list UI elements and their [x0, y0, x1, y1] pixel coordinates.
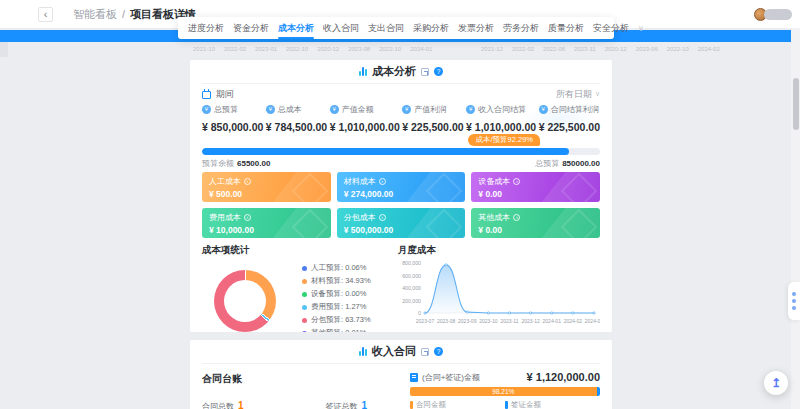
donut-legend-item[interactable]: 材料预算: 34.93% — [302, 276, 371, 286]
svg-text:2024-03: 2024-03 — [585, 318, 600, 324]
tab-labor-analysis[interactable]: 劳务分析 — [503, 17, 539, 39]
donut-legend: 人工预算: 0.06%材料预算: 34.93%设备预算: 0.00%费用预算: … — [302, 263, 371, 332]
legend-dot — [302, 318, 307, 323]
cost-item-stats-block: 成本项统计 人工预算: 0.06%材料预算: 34.93%设备预算: 0.00%… — [202, 244, 398, 332]
analysis-tab-bar: 进度分析 资金分析 成本分析 收入合同 支出合同 采购分析 发票分析 劳务分析 … — [178, 17, 614, 39]
donut-legend-item[interactable]: 其他预算: 0.01% — [302, 328, 371, 332]
scrollbar-thumb[interactable] — [793, 78, 799, 130]
svg-text:2023-12: 2023-12 — [521, 318, 540, 324]
coin-icon: ¥ — [402, 105, 411, 114]
legend-dot — [302, 279, 307, 284]
other-cost-card[interactable]: 其他成本› ¥ 0.00 — [471, 208, 600, 238]
expand-icon[interactable] — [421, 348, 429, 356]
budget-progress-fill — [202, 148, 569, 155]
calendar-icon — [202, 91, 211, 99]
material-cost-card[interactable]: 材料成本› ¥ 274,000.00 — [337, 172, 466, 202]
donut-legend-item[interactable]: 分包预算: 63.73% — [302, 315, 371, 325]
budget-balance-label: 预算余额 — [202, 159, 234, 168]
metric-value: ¥ 225,500.00 — [402, 121, 463, 133]
arrow-up-to-top-icon: ↥ — [771, 377, 781, 389]
donut-legend-item[interactable]: 费用预算: 1.27% — [302, 302, 371, 312]
legend-label: 费用预算: 1.27% — [311, 302, 366, 312]
tab-expense-contract[interactable]: 支出合同 — [368, 17, 404, 39]
bar-percent-label: 98.21% — [492, 388, 514, 395]
donut-legend-item[interactable]: 人工预算: 0.06% — [302, 263, 371, 273]
subcontract-cost-card[interactable]: 分包成本› ¥ 500,000.00 — [337, 208, 466, 238]
cost-analysis-card: 成本分析 ? 期间 所有日期 ∨ ¥总预算 ¥ 850,000.00 ¥总成本 … — [190, 60, 612, 332]
contract-amount-block: (合同+签证)金额 ¥ 1,120,000.00 98.21% 合同金额 ¥ 1… — [400, 369, 600, 409]
expense-cost-card[interactable]: 费用成本› ¥ 10,000.00 — [202, 208, 331, 238]
monthly-cost-chart: 800,000600,000400,000200,00002023-072023… — [398, 257, 600, 331]
budget-progress-labels: 预算余额65500.00 总预算850000.00 — [202, 158, 600, 167]
metric-value: ¥ 1,010,000.00 — [466, 121, 536, 133]
chart-icon — [359, 67, 367, 76]
svg-text:2023-10: 2023-10 — [479, 318, 498, 324]
metric-row: ¥总预算 ¥ 850,000.00 ¥总成本 ¥ 784,500.00 ¥产值金… — [202, 104, 600, 134]
visa-count-stat: 签证总数 1 — [326, 400, 368, 409]
legend-label: 人工预算: 0.06% — [311, 263, 366, 273]
metric-total-budget: ¥总预算 ¥ 850,000.00 — [202, 104, 263, 134]
anchor-nav-tab[interactable] — [788, 282, 800, 320]
metric-total-cost: ¥总成本 ¥ 784,500.00 — [266, 104, 327, 134]
coin-icon: ¥ — [202, 105, 211, 114]
breadcrumb-divider: / — [122, 8, 125, 20]
back-to-top-button[interactable]: ↥ — [764, 371, 788, 395]
tab-income-contract[interactable]: 收入合同 — [323, 17, 359, 39]
legend-dot — [302, 305, 307, 310]
user-menu-pill[interactable] — [764, 9, 792, 20]
tab-quality-analysis[interactable]: 质量分析 — [548, 17, 584, 39]
arrow-right-icon: › — [513, 178, 520, 185]
visa-count-value: 1 — [362, 400, 368, 409]
document-icon — [410, 373, 418, 382]
svg-text:2024-01: 2024-01 — [543, 318, 562, 324]
svg-text:2024-02: 2024-02 — [564, 318, 583, 324]
cost-donut-chart — [214, 270, 276, 332]
contract-count-stat: 合同总数 1 — [202, 400, 244, 409]
metric-output-profit: ¥产值利润 ¥ 225,500.00 — [402, 104, 463, 134]
budget-progress-bar[interactable] — [202, 148, 600, 155]
budget-balance-value: 65500.00 — [237, 159, 270, 168]
legend-label: 分包预算: 63.73% — [311, 315, 371, 325]
tab-funds-analysis[interactable]: 资金分析 — [233, 17, 269, 39]
contract-count-value: 1 — [238, 400, 244, 409]
ledger-title: 合同台账 — [202, 372, 400, 386]
scrollbar-track[interactable] — [791, 28, 800, 409]
legend-label: 材料预算: 34.93% — [311, 276, 371, 286]
income-card-header: 收入合同 ? — [202, 340, 600, 364]
svg-text:800,000: 800,000 — [402, 260, 421, 266]
help-icon[interactable]: ? — [434, 347, 443, 356]
chevron-down-icon: ∨ — [595, 90, 600, 98]
metric-value: ¥ 1,010,000.00 — [330, 121, 400, 133]
tab-procurement[interactable]: 采购分析 — [413, 17, 449, 39]
tab-progress-analysis[interactable]: 进度分析 — [188, 17, 224, 39]
metric-value: ¥ 784,500.00 — [266, 121, 327, 133]
breadcrumb-root[interactable]: 智能看板 — [73, 7, 117, 22]
anchor-dot — [792, 306, 796, 310]
legend-dot — [302, 266, 307, 271]
help-icon[interactable]: ? — [434, 67, 443, 76]
svg-text:2023-07: 2023-07 — [416, 318, 435, 324]
budget-badge-row: 成本/预算92.29% — [202, 134, 600, 146]
tab-safety-analysis[interactable]: 安全分析 — [593, 17, 629, 39]
donut-legend-item[interactable]: 设备预算: 0.00% — [302, 289, 371, 299]
cost-section-title: 成本分析 — [372, 64, 416, 79]
metric-value: ¥ 225,500.00 — [539, 121, 600, 133]
expand-icon[interactable] — [421, 68, 429, 76]
detail-panel: 成本分析 ? 期间 所有日期 ∨ ¥总预算 ¥ 850,000.00 ¥总成本 … — [190, 60, 612, 409]
coin-icon: ¥ — [466, 105, 475, 114]
date-filter-dropdown[interactable]: 所有日期 ∨ — [556, 88, 600, 101]
collapsed-sidebar-stub — [0, 42, 8, 57]
metric-output-amount: ¥产值金额 ¥ 1,010,000.00 — [330, 104, 400, 134]
chevron-down-icon[interactable]: ∨ — [638, 24, 644, 33]
back-button[interactable]: ‹ — [38, 7, 53, 22]
contract-amount-legend: 合同金额 ¥ 1,100,000.00 — [410, 400, 505, 409]
cost-card-grid: 人工成本› ¥ 500.00 材料成本› ¥ 274,000.00 设备成本› … — [202, 172, 600, 238]
charts-row: 成本项统计 人工预算: 0.06%材料预算: 34.93%设备预算: 0.00%… — [202, 244, 600, 332]
equipment-cost-card[interactable]: 设备成本› ¥ 0.00 — [471, 172, 600, 202]
contract-stacked-bar: 98.21% — [410, 387, 600, 396]
coin-icon: ¥ — [539, 105, 548, 114]
labor-cost-card[interactable]: 人工成本› ¥ 500.00 — [202, 172, 331, 202]
tab-invoice-analysis[interactable]: 发票分析 — [458, 17, 494, 39]
legend-label: 设备预算: 0.00% — [311, 289, 366, 299]
tab-cost-analysis[interactable]: 成本分析 — [278, 17, 314, 39]
